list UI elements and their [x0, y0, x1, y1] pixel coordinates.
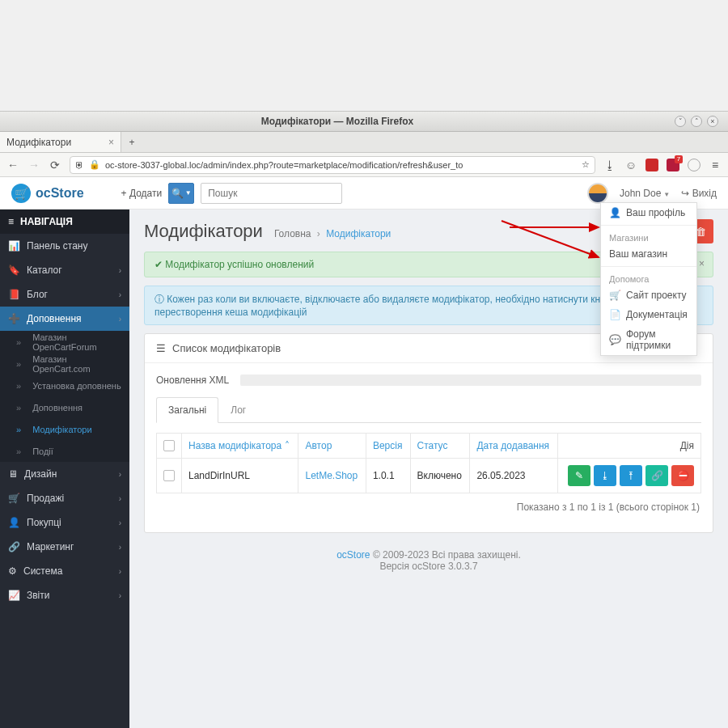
os-titlebar: Модифікатори — Mozilla Firefox ˅ ˄ ×	[0, 111, 728, 132]
add-button[interactable]: + Додати	[121, 188, 163, 199]
avatar[interactable]	[587, 183, 608, 204]
sidebar-header: ≡НАВІГАЦІЯ	[0, 210, 129, 234]
sidebar-item-marketing[interactable]: 🔗Маркетинг›	[0, 535, 129, 559]
user-icon: 👤	[609, 207, 621, 218]
browser-toolbar: ← → ⟳ ⛨ 🔒 oc-store-3037-global.loc/admin…	[0, 153, 728, 177]
book-icon: 📕	[8, 289, 20, 300]
link-action[interactable]: 🔗	[645, 465, 668, 486]
panel-list: ☰ Список модифікаторів Оновлення XML Заг…	[144, 333, 713, 533]
cart-icon: 🛒	[11, 184, 31, 203]
col-name[interactable]: Назва модифікатора ˄	[182, 434, 298, 459]
back-icon[interactable]: ←	[6, 159, 19, 171]
dd-stores-header: Магазини	[601, 228, 696, 244]
hamburger-icon[interactable]: ≡	[709, 159, 722, 171]
desktop-icon: 🖥	[8, 468, 18, 480]
search-input[interactable]	[201, 183, 342, 204]
tab-log[interactable]: Лог	[218, 397, 258, 422]
download-icon[interactable]: ⭳	[603, 159, 616, 171]
row-checkbox[interactable]	[163, 470, 175, 481]
tab-close-icon[interactable]: ×	[108, 137, 114, 148]
user-dropdown: 👤Ваш профіль Магазини Ваш магазин Допомо…	[600, 202, 697, 356]
sidebar-sub-ocforum[interactable]: »Магазин OpenCartForum	[0, 331, 129, 353]
dd-help-header: Допомога	[601, 269, 696, 286]
footer-version: Версія ocStore 3.0.3.7	[379, 561, 477, 572]
col-author[interactable]: Автор	[298, 434, 366, 459]
brand-text: ocStore	[36, 186, 84, 201]
disable-action[interactable]: ⛔	[671, 465, 694, 486]
dd-forum[interactable]: 💬Форум підтримки	[601, 324, 696, 355]
crumb-home[interactable]: Головна	[274, 228, 311, 239]
cart-icon: 🛒	[8, 493, 20, 504]
browser-tab[interactable]: Модифікатори ×	[0, 132, 121, 152]
window-maximize[interactable]: ˄	[691, 116, 702, 127]
search-dropdown-button[interactable]: 🔍▼	[168, 183, 194, 204]
extension-rp-icon[interactable]: 7	[667, 159, 679, 171]
pagination-info: Показано з 1 по 1 із 1 (всього сторінок …	[156, 493, 701, 521]
url-text: oc-store-3037-global.loc/admin/index.php…	[105, 160, 463, 170]
doc-icon: 📄	[609, 309, 621, 320]
col-version[interactable]: Версія	[366, 434, 410, 459]
browser-tabstrip: Модифікатори × +	[0, 132, 728, 153]
account-icon[interactable]: ☺	[624, 159, 637, 171]
url-field[interactable]: ⛨ 🔒 oc-store-3037-global.loc/admin/index…	[70, 156, 595, 174]
footer: ocStore © 2009-2023 Всі права захищені. …	[144, 533, 713, 588]
plus-icon: ➕	[8, 313, 20, 324]
chat-icon: 💬	[609, 334, 621, 345]
shield-icon: ⛨	[75, 160, 84, 170]
extension-globe-icon[interactable]	[688, 159, 700, 171]
crumb-current[interactable]: Модифікатори	[326, 228, 391, 239]
bookmark-star-icon[interactable]: ☆	[582, 159, 590, 170]
col-status[interactable]: Статус	[410, 434, 470, 459]
forward-icon[interactable]: →	[28, 159, 40, 171]
footer-brand-link[interactable]: ocStore	[336, 549, 370, 561]
sidebar-sub-extensions[interactable]: »Доповнення	[0, 396, 129, 418]
user-icon: 👤	[8, 517, 20, 528]
dd-profile[interactable]: 👤Ваш профіль	[601, 203, 696, 222]
tab-general[interactable]: Загальні	[156, 397, 218, 423]
upload-action[interactable]: ⭱	[620, 465, 642, 486]
sidebar-submenu: »Магазин OpenCartForum »Магазин OpenCart…	[0, 331, 129, 462]
window-close[interactable]: ×	[707, 116, 718, 127]
dd-store[interactable]: Ваш магазин	[601, 244, 696, 264]
sidebar-sub-occom[interactable]: »Магазин OpenCart.com	[0, 353, 129, 375]
progress-bar	[240, 375, 701, 386]
extension-abp-icon[interactable]	[645, 159, 658, 171]
window-title: Модифікатори — Mozilla Firefox	[0, 116, 675, 127]
alert-close-icon[interactable]: ×	[699, 258, 705, 269]
sidebar-item-customers[interactable]: 👤Покупці›	[0, 510, 129, 535]
window-minimize[interactable]: ˅	[675, 116, 686, 127]
user-menu[interactable]: John Doe▼	[620, 188, 670, 199]
select-all-checkbox[interactable]	[163, 440, 175, 451]
sidebar: ≡НАВІГАЦІЯ 📊Панель стану 🔖Каталог› 📕Блог…	[0, 210, 129, 728]
table-row: LandDirInURL LetMe.Shop 1.0.1 Включено 2…	[157, 459, 701, 493]
sidebar-item-blog[interactable]: 📕Блог›	[0, 282, 129, 307]
sidebar-sub-modifications[interactable]: »Модифікатори	[0, 418, 129, 440]
tabs: Загальні Лог	[156, 397, 701, 423]
new-tab-button[interactable]: +	[121, 132, 142, 152]
info-icon: ⓘ	[154, 294, 167, 305]
gear-icon: ⚙	[8, 565, 17, 577]
cell-version: 1.0.1	[366, 459, 410, 493]
col-date[interactable]: Дата додавання	[470, 434, 558, 459]
sidebar-item-dashboard[interactable]: 📊Панель стану	[0, 234, 129, 258]
sidebar-item-catalog[interactable]: 🔖Каталог›	[0, 258, 129, 282]
dd-docs[interactable]: 📄Документація	[601, 305, 696, 324]
sidebar-sub-events[interactable]: »Події	[0, 440, 129, 462]
dd-site[interactable]: 🛒Сайт проекту	[601, 286, 696, 305]
sidebar-item-sales[interactable]: 🛒Продажі›	[0, 486, 129, 510]
edit-action[interactable]: ✎	[568, 465, 590, 486]
list-icon: ☰	[156, 342, 166, 354]
sidebar-item-design[interactable]: 🖥Дизайн›	[0, 462, 129, 486]
lock-icon: 🔒	[89, 159, 100, 170]
logout-link[interactable]: ↪ Вихід	[681, 188, 717, 199]
share-icon: 🔗	[8, 541, 20, 552]
extension-badge: 7	[675, 155, 683, 163]
sidebar-sub-installer[interactable]: »Установка доповнень	[0, 375, 129, 396]
sidebar-item-reports[interactable]: 📈Звіти›	[0, 583, 129, 607]
brand-logo[interactable]: 🛒 ocStore	[11, 184, 84, 203]
download-action[interactable]: ⭳	[594, 465, 616, 486]
reload-icon[interactable]: ⟳	[49, 159, 61, 171]
sidebar-item-extensions[interactable]: ➕Доповнення›	[0, 307, 129, 331]
sidebar-item-system[interactable]: ⚙Система›	[0, 559, 129, 583]
cell-name: LandDirInURL	[182, 459, 298, 493]
